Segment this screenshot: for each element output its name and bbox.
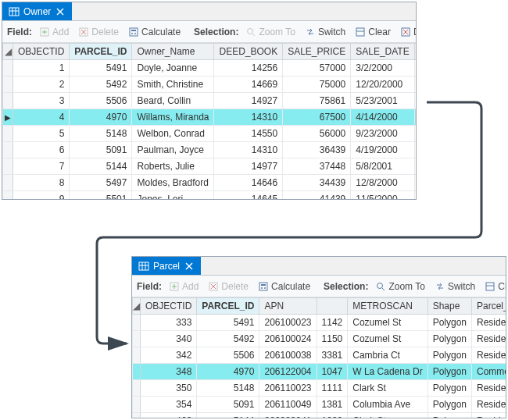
cell[interactable]: 206110023: [259, 380, 317, 397]
cell[interactable]: 206100038: [259, 347, 317, 364]
table-row[interactable]: 15491Doyle, Joanne14256570003/2/20000058…: [3, 60, 417, 77]
cell[interactable]: 5506: [197, 347, 259, 364]
cell[interactable]: 5491: [197, 315, 259, 331]
cell[interactable]: 00591963: [414, 77, 416, 93]
table-row[interactable]: 34849702061220041047W La Cadena DrPolygo…: [133, 364, 506, 380]
row-handle[interactable]: [3, 93, 13, 109]
cell[interactable]: 41439: [283, 191, 351, 200]
cell[interactable]: 14669: [214, 77, 283, 93]
cell[interactable]: 348: [141, 364, 197, 380]
cell[interactable]: 14977: [214, 158, 283, 175]
cell[interactable]: 8: [13, 175, 70, 191]
cell[interactable]: 1099: [317, 413, 348, 418]
cell[interactable]: Doyle, Joanne: [132, 60, 214, 77]
row-handle[interactable]: [133, 397, 141, 413]
table-row[interactable]: 33354912061000231142Cozumel StPolygonRes…: [133, 315, 506, 331]
cell[interactable]: 1111: [317, 380, 348, 397]
cell[interactable]: Residential: [472, 413, 506, 418]
cell[interactable]: 5091: [197, 397, 259, 413]
calculate-button[interactable]: Calculate: [254, 279, 314, 294]
cell[interactable]: Polygon: [428, 397, 471, 413]
close-icon[interactable]: [55, 6, 66, 17]
row-handle[interactable]: [3, 191, 13, 200]
row-handle[interactable]: [3, 158, 13, 175]
switch-button[interactable]: Switch: [301, 24, 349, 40]
table-row[interactable]: 35506Beard, Collin14927758615/23/2001005…: [3, 93, 417, 109]
cell[interactable]: Commercial: [472, 364, 506, 380]
add-field-button[interactable]: Add: [35, 24, 73, 40]
table-row[interactable]: ▶44970Willams, Miranda14310675004/14/200…: [3, 109, 417, 126]
table-row[interactable]: 34255062061000383381Cambria CtPolygonRes…: [133, 347, 506, 364]
cell[interactable]: 4970: [197, 364, 259, 380]
cell[interactable]: 5091: [70, 142, 132, 158]
cell[interactable]: 9: [13, 191, 70, 200]
cell[interactable]: Polygon: [428, 413, 471, 418]
cell[interactable]: 37448: [283, 158, 351, 175]
owner-grid[interactable]: ◢OBJECTIDPARCEL_IDOwner_NameDEED_BOOKSAL…: [2, 43, 416, 199]
parcel-tab[interactable]: Parcel: [132, 257, 201, 275]
table-row[interactable]: 25492Smith, Christine146697500012/20/200…: [3, 77, 417, 93]
cell[interactable]: 206090041: [259, 413, 317, 418]
cell[interactable]: Polygon: [428, 364, 471, 380]
cell[interactable]: 14645: [214, 191, 283, 200]
cell[interactable]: 463: [141, 413, 197, 418]
cell[interactable]: 14310: [214, 142, 283, 158]
cell[interactable]: Smith, Christine: [132, 77, 214, 93]
cell[interactable]: Polygon: [428, 380, 471, 397]
cell[interactable]: 67500: [283, 109, 351, 126]
cell[interactable]: 11/5/2000: [351, 191, 414, 200]
column-header[interactable]: PARCEL_ID: [197, 298, 259, 315]
cell[interactable]: 5492: [197, 331, 259, 347]
row-handle[interactable]: ▶: [3, 109, 13, 126]
calculate-button[interactable]: Calculate: [124, 24, 184, 40]
table-row[interactable]: 35051482061100231111Clark StPolygonResid…: [133, 380, 506, 397]
cell[interactable]: Cozumel St: [348, 315, 428, 331]
cell[interactable]: 00588954: [414, 60, 416, 77]
cell[interactable]: 5144: [70, 158, 132, 175]
cell[interactable]: 2: [13, 77, 70, 93]
cell[interactable]: Willams, Miranda: [132, 109, 214, 126]
cell[interactable]: 5148: [197, 380, 259, 397]
cell[interactable]: 14646: [214, 175, 283, 191]
cell[interactable]: Residential: [472, 347, 506, 364]
cell[interactable]: 333: [141, 315, 197, 331]
cell[interactable]: 6: [13, 142, 70, 158]
cell[interactable]: Jones, Lori: [132, 191, 214, 200]
cell[interactable]: 36439: [283, 142, 351, 158]
cell[interactable]: 1047: [317, 364, 348, 380]
cell[interactable]: 00592331: [414, 93, 416, 109]
cell[interactable]: 75861: [283, 93, 351, 109]
cell[interactable]: 1381: [317, 397, 348, 413]
switch-button[interactable]: Switch: [431, 279, 479, 294]
cell[interactable]: 1: [13, 60, 70, 77]
cell[interactable]: 206110049: [259, 397, 317, 413]
row-handle[interactable]: [133, 347, 141, 364]
cell[interactable]: 57000: [283, 60, 351, 77]
delete-field-button[interactable]: Delete: [74, 24, 123, 40]
column-header[interactable]: SALE_DATE: [351, 44, 414, 60]
row-handle-header[interactable]: ◢: [133, 298, 141, 315]
column-header[interactable]: ACCOUNT: [414, 44, 416, 60]
delete-field-button[interactable]: Delete: [204, 279, 252, 294]
cell[interactable]: 34439: [283, 175, 351, 191]
row-handle[interactable]: [133, 413, 141, 418]
column-header[interactable]: OBJECTID: [141, 298, 197, 315]
cell[interactable]: 342: [141, 347, 197, 364]
cell[interactable]: 206122004: [259, 364, 317, 380]
cell[interactable]: Cozumel St: [348, 331, 428, 347]
cell[interactable]: 4970: [70, 109, 132, 126]
cell[interactable]: W La Cadena Dr: [348, 364, 428, 380]
column-header[interactable]: PARCEL_ID: [70, 44, 132, 60]
cell[interactable]: 5/23/2001: [351, 93, 414, 109]
cell[interactable]: Moldes, Bradford: [132, 175, 214, 191]
row-handle[interactable]: [133, 380, 141, 397]
cell[interactable]: 4: [13, 109, 70, 126]
row-handle[interactable]: [133, 364, 141, 380]
cell[interactable]: 5/8/2001: [351, 158, 414, 175]
cell[interactable]: Roberts, Julie: [132, 158, 214, 175]
delete-selection-button[interactable]: Delete: [396, 24, 416, 40]
cell[interactable]: 4/19/2000: [351, 142, 414, 158]
cell[interactable]: 9/23/2000: [351, 126, 414, 142]
cell[interactable]: 14550: [214, 126, 283, 142]
clear-button[interactable]: Clear: [481, 279, 506, 294]
